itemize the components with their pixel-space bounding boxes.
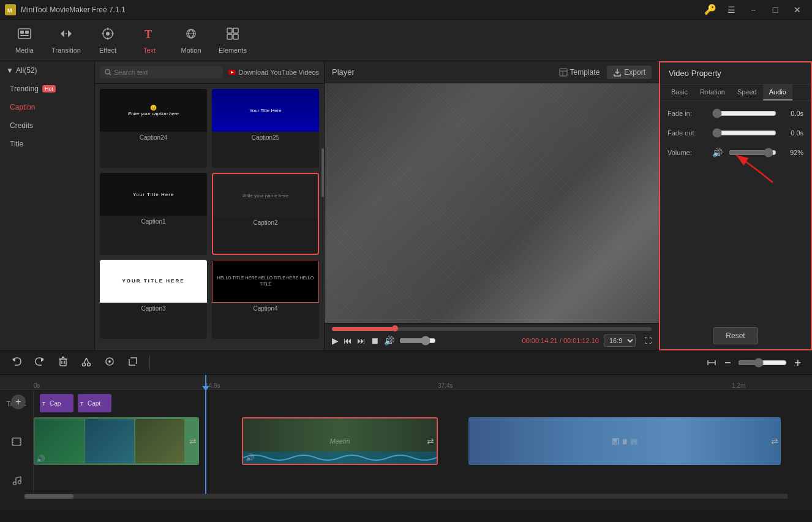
- text-panel: Download YouTube Videos 😊 Enter your cap…: [95, 61, 325, 350]
- app-icon: M: [5, 4, 16, 15]
- caption-clip-2[interactable]: T Capt: [78, 394, 111, 412]
- zoom-slider[interactable]: [738, 358, 787, 368]
- close-button[interactable]: ✕: [788, 1, 807, 18]
- scroll-handle[interactable]: [321, 148, 324, 197]
- caption-clip-icon-2: T: [80, 400, 86, 406]
- text-grid: 😊 Enter your caption here Caption24 Your…: [95, 84, 324, 344]
- undo-button[interactable]: [7, 354, 26, 372]
- sidebar-item-credits[interactable]: Credits: [0, 116, 94, 135]
- hamburger-button[interactable]: ☰: [721, 1, 741, 18]
- tab-audio[interactable]: Audio: [763, 85, 792, 100]
- tab-rotation[interactable]: Rotation: [694, 85, 731, 100]
- volume-button[interactable]: 🔊: [384, 336, 394, 346]
- toolbar-effect[interactable]: Effect: [88, 23, 127, 58]
- cut-button[interactable]: [77, 354, 96, 372]
- add-icon[interactable]: +: [11, 395, 26, 409]
- minimize-button[interactable]: −: [743, 1, 763, 18]
- progress-fill: [332, 327, 395, 331]
- fade-in-slider-wrap: [712, 108, 776, 118]
- list-item[interactable]: 😊 Enter your caption here Caption24: [100, 89, 207, 168]
- annotation-area: [667, 167, 803, 204]
- music-track-label: [0, 466, 34, 494]
- transition-icon: [59, 27, 73, 44]
- caption4-thumb: HELLO TITLE HERE HELLO TITLE HERE HELLO …: [212, 260, 319, 303]
- sidebar-item-trending[interactable]: Trending Hot: [0, 80, 94, 98]
- video-track-row: 🔊 ⇄ Meetin 🔊 ⇄: [0, 417, 812, 466]
- playhead[interactable]: [205, 390, 206, 417]
- horizontal-scrollbar[interactable]: [24, 494, 788, 499]
- search-bar: Download YouTube Videos: [95, 61, 324, 84]
- list-item[interactable]: #title your name here Caption2: [212, 173, 319, 254]
- ruler-37s: 37.4s: [438, 382, 453, 389]
- fade-out-slider[interactable]: [712, 128, 776, 138]
- caption-label: Caption: [10, 103, 35, 112]
- all-label: All(52): [16, 66, 37, 75]
- delete-button[interactable]: [54, 354, 72, 372]
- elements-icon: [226, 27, 239, 44]
- export-btn[interactable]: Export: [607, 66, 652, 79]
- toolbar-elements-label: Elements: [219, 47, 247, 54]
- list-item[interactable]: Your Title Here Caption25: [212, 89, 319, 168]
- toolbar-motion[interactable]: Motion: [171, 23, 211, 58]
- fullscreen-button[interactable]: ⛶: [644, 336, 652, 345]
- caption2-thumb: #title your name here: [213, 174, 318, 217]
- toolbar-text-label: Text: [143, 47, 156, 54]
- maximize-button[interactable]: □: [765, 1, 785, 18]
- caption-clip-1[interactable]: T Cap: [40, 394, 73, 412]
- reset-button[interactable]: Reset: [713, 327, 757, 344]
- sidebar-item-title[interactable]: Title: [0, 135, 94, 153]
- audio-button[interactable]: [100, 354, 119, 372]
- key-icon: 🔑: [704, 4, 716, 15]
- zoom-in-button[interactable]: +: [791, 354, 805, 372]
- svg-rect-50: [20, 439, 21, 441]
- list-item[interactable]: Your Title Here Caption1: [100, 173, 207, 254]
- fade-in-slider[interactable]: [712, 108, 776, 118]
- transfer-btn-2[interactable]: ⇄: [427, 436, 434, 446]
- fade-out-row: Fade out: 0.0s: [667, 128, 803, 138]
- panel-header: Video Property: [660, 62, 811, 85]
- toolbar-text[interactable]: T Text: [130, 23, 169, 58]
- toolbar-transition-label: Transition: [51, 47, 81, 54]
- svg-rect-51: [20, 442, 21, 443]
- toolbar-elements[interactable]: Elements: [213, 23, 252, 58]
- next-frame-button[interactable]: ⏭: [357, 336, 366, 346]
- volume-slider[interactable]: [399, 336, 436, 346]
- zoom-out-button[interactable]: −: [721, 354, 735, 372]
- redo-button[interactable]: [31, 354, 49, 372]
- music-track-row: [0, 466, 812, 494]
- add-track-button[interactable]: +: [9, 392, 28, 412]
- video-clip-2[interactable]: Meetin 🔊 ⇄: [242, 417, 438, 465]
- search-input-wrap[interactable]: [100, 66, 223, 78]
- audio-clip-icon: 🔊: [36, 455, 45, 463]
- text-icon: T: [143, 27, 156, 44]
- search-input[interactable]: [114, 69, 217, 76]
- template-label: Template: [570, 68, 600, 77]
- video-clip-3[interactable]: 📊 📋 🏢 ⇄: [468, 417, 781, 465]
- toolbar-transition[interactable]: Transition: [47, 23, 86, 58]
- svg-rect-46: [12, 438, 21, 445]
- toolbar-separator: [149, 355, 150, 370]
- video-clip-1[interactable]: 🔊 ⇄: [34, 417, 199, 465]
- stop-button[interactable]: ⏹: [370, 336, 379, 346]
- tab-basic[interactable]: Basic: [665, 85, 694, 100]
- svg-rect-30: [60, 359, 66, 366]
- video-track-content: 🔊 ⇄ Meetin 🔊 ⇄: [34, 417, 812, 466]
- list-item[interactable]: HELLO TITLE HERE HELLO TITLE HERE HELLO …: [212, 260, 319, 339]
- motion-icon: [184, 27, 198, 44]
- template-btn[interactable]: Template: [559, 68, 600, 77]
- prev-frame-button[interactable]: ⏮: [344, 336, 352, 346]
- scrollbar-thumb[interactable]: [24, 494, 73, 499]
- progress-bar[interactable]: [332, 327, 652, 331]
- list-item[interactable]: YOUR TITLE HERE Caption3: [100, 260, 207, 339]
- sidebar-item-caption[interactable]: Caption: [0, 98, 94, 116]
- ratio-select[interactable]: 16:9 9:16 4:3 1:1: [604, 335, 636, 347]
- crop-button[interactable]: [124, 354, 142, 372]
- transfer-btn-3[interactable]: ⇄: [771, 436, 778, 446]
- yt-download-btn[interactable]: Download YouTube Videos: [228, 66, 320, 78]
- all-category[interactable]: ▼ All(52): [0, 61, 94, 80]
- svg-text:M: M: [7, 7, 12, 13]
- tab-speed[interactable]: Speed: [731, 85, 763, 100]
- toolbar-media[interactable]: Media: [5, 23, 44, 58]
- play-button[interactable]: ▶: [332, 336, 339, 346]
- transfer-btn-1[interactable]: ⇄: [189, 436, 197, 446]
